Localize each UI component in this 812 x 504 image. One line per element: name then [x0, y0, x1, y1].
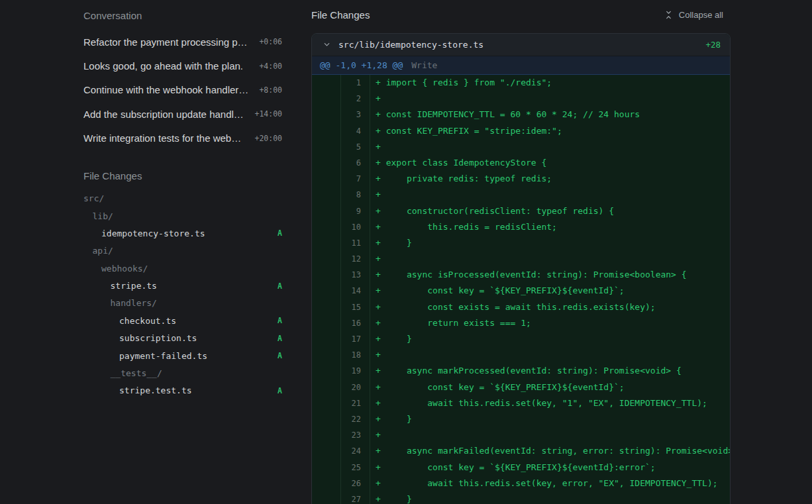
- tree-file-row[interactable]: idempotency-store.tsA: [83, 225, 282, 242]
- gutter-spacer: [312, 155, 341, 171]
- gutter-spacer: [312, 283, 341, 299]
- line-number: 4: [341, 123, 370, 139]
- line-content: +: [370, 251, 730, 267]
- line-number: 11: [341, 235, 370, 251]
- chevron-down-icon: [323, 41, 330, 48]
- tree-file-name: payment-failed.ts: [119, 351, 207, 361]
- diff-line: 19+ async markProcessed(eventId: string)…: [312, 363, 730, 379]
- added-badge: A: [278, 334, 282, 343]
- conversation-item-label: Add the subscription update handl…: [83, 109, 244, 120]
- line-number: 18: [341, 347, 370, 363]
- gutter-spacer: [312, 347, 341, 363]
- added-badge: A: [278, 351, 282, 360]
- tree-file-row[interactable]: checkout.tsA: [83, 312, 282, 329]
- collapse-all-label: Collapse all: [679, 10, 723, 20]
- added-badge: A: [278, 281, 282, 291]
- diff-line: 7+ private redis: typeof redis;: [312, 171, 730, 187]
- diff-line: 18+: [312, 347, 730, 363]
- line-number: 17: [341, 331, 370, 347]
- conversation-item-label: Refactor the payment processing p…: [83, 36, 248, 48]
- diff-line: 20+ const key = `${KEY_PREFIX}${eventId}…: [312, 379, 730, 395]
- gutter-spacer: [312, 315, 341, 331]
- line-content: + }: [370, 235, 730, 251]
- added-badge: A: [278, 316, 282, 325]
- tree-dir-name: lib/: [93, 211, 113, 221]
- line-content: + const KEY_PREFIX = "stripe:idem:";: [370, 123, 730, 139]
- gutter-spacer: [312, 443, 341, 459]
- conversation-item[interactable]: Add the subscription update handl…+14:00: [83, 102, 282, 126]
- conversation-item[interactable]: Continue with the webhook handler…+8:00: [83, 78, 282, 102]
- diff-filename: src/lib/idempotency-store.ts: [338, 40, 483, 50]
- tree-file-name: subscription.ts: [119, 333, 197, 343]
- gutter-spacer: [312, 267, 341, 283]
- line-content: +: [370, 347, 730, 363]
- line-number: 2: [341, 91, 370, 107]
- line-content: + }: [370, 491, 730, 504]
- diff-line: 6+ export class IdempotencyStore {: [312, 155, 730, 171]
- sidebar: Conversation Refactor the payment proces…: [0, 0, 311, 504]
- line-content: + this.redis = redisClient;: [370, 219, 730, 235]
- conversation-item[interactable]: Looks good, go ahead with the plan.+4:00: [83, 54, 282, 77]
- tree-file-name: checkout.ts: [119, 316, 176, 326]
- conversation-item[interactable]: Write integration tests for the web…+20:…: [83, 126, 282, 150]
- line-number: 14: [341, 283, 370, 299]
- gutter-spacer: [312, 219, 341, 235]
- gutter-spacer: [312, 476, 341, 491]
- line-number: 26: [341, 476, 370, 491]
- tree-dir-name: api/: [93, 246, 113, 256]
- diff-file-header[interactable]: src/lib/idempotency-store.ts +28: [312, 34, 730, 56]
- conversation-timestamp: +4:00: [259, 62, 282, 71]
- tree-file-row[interactable]: subscription.tsA: [83, 330, 282, 347]
- line-number: 5: [341, 139, 370, 155]
- diff-code: 1+ import { redis } from "./redis";2+3+ …: [312, 75, 730, 504]
- tree-file-name: stripe.test.ts: [119, 385, 192, 395]
- line-content: +: [370, 91, 730, 107]
- gutter-spacer: [312, 123, 341, 139]
- app: Conversation Refactor the payment proces…: [0, 0, 812, 504]
- diff-line: 12+: [312, 251, 730, 267]
- gutter-spacer: [312, 491, 341, 504]
- diff-line: 10+ this.redis = redisClient;: [312, 219, 730, 235]
- line-number: 3: [341, 107, 370, 123]
- tree-file-row[interactable]: stripe.test.tsA: [83, 382, 282, 399]
- line-content: + return exists === 1;: [370, 315, 730, 331]
- diff-line: 21+ await this.redis.set(key, "1", "EX",…: [312, 395, 730, 411]
- diff-card: src/lib/idempotency-store.ts +28 @@ -1,0…: [311, 33, 731, 504]
- line-content: + }: [370, 411, 730, 427]
- line-number: 1: [341, 75, 370, 91]
- conversation-timestamp: +14:00: [254, 109, 282, 119]
- line-content: + const key = `${KEY_PREFIX}${eventId}`;: [370, 283, 730, 299]
- gutter-spacer: [312, 299, 341, 315]
- hunk-header: @@ -1,0 +1,28 @@ Write: [312, 56, 730, 75]
- line-content: + async isProcessed(eventId: string): Pr…: [370, 267, 730, 283]
- line-content: + await this.redis.set(key, "1", "EX", I…: [370, 395, 730, 411]
- page-title: File Changes: [311, 9, 370, 21]
- conversation-timestamp: +20:00: [254, 134, 282, 143]
- diff-line: 16+ return exists === 1;: [312, 315, 730, 331]
- line-content: +: [370, 187, 730, 203]
- gutter-spacer: [312, 235, 341, 251]
- tree-file-name: stripe.ts: [111, 281, 157, 291]
- line-number: 6: [341, 155, 370, 171]
- tree-dir-name: handlers/: [111, 298, 157, 308]
- collapse-all-button[interactable]: Collapse all: [664, 10, 723, 20]
- line-number: 8: [341, 187, 370, 203]
- line-content: + async markProcessed(eventId: string): …: [370, 363, 730, 379]
- gutter-spacer: [312, 75, 341, 91]
- tree-file-row[interactable]: payment-failed.tsA: [83, 347, 282, 364]
- gutter-spacer: [312, 139, 341, 155]
- tree-file-row[interactable]: stripe.tsA: [83, 277, 282, 294]
- tree-dir-row: lib/: [83, 207, 282, 225]
- line-content: + private redis: typeof redis;: [370, 171, 730, 187]
- gutter-spacer: [312, 171, 341, 187]
- line-number: 19: [341, 363, 370, 379]
- diff-line: 17+ }: [312, 331, 730, 347]
- line-number: 16: [341, 315, 370, 331]
- line-content: + const key = `${KEY_PREFIX}${eventId}:e…: [370, 460, 730, 476]
- diff-line: 25+ const key = `${KEY_PREFIX}${eventId}…: [312, 460, 730, 476]
- line-number: 22: [341, 411, 370, 427]
- tree-dir-name: __tests__/: [111, 368, 162, 378]
- conversation-item[interactable]: Refactor the payment processing p…+0:06: [83, 30, 282, 54]
- diff-line: 4+ const KEY_PREFIX = "stripe:idem:";: [312, 123, 730, 139]
- gutter-spacer: [312, 379, 341, 395]
